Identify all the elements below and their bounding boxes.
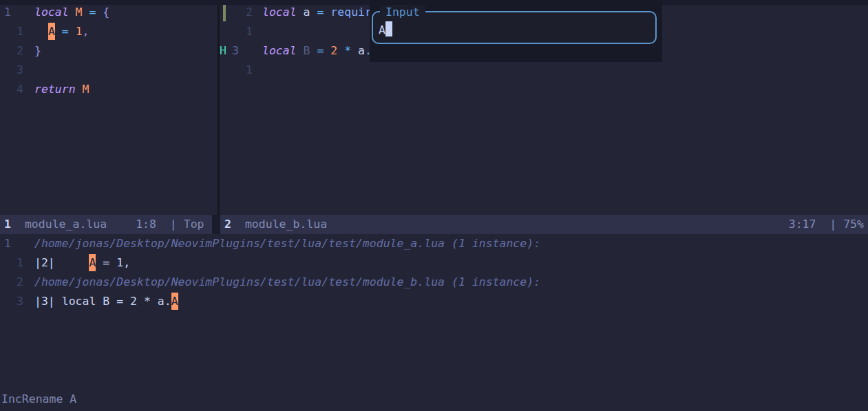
- statusline-position: 1:8 | Top: [136, 215, 204, 234]
- code-line[interactable]: 1local M = {: [0, 3, 218, 22]
- line-number: 4: [0, 80, 34, 99]
- neovim-terminal: { "palette": { "bg": "#232536", "bgDark"…: [0, 0, 868, 411]
- window-number: 2: [220, 215, 231, 234]
- code-text: local a = requir: [262, 3, 372, 22]
- statusline-module-b: 2 module_b.lua 3:17 | 75%: [220, 215, 868, 234]
- statusline-gap: [212, 215, 220, 234]
- code-line[interactable]: 1 A = 1,: [0, 22, 218, 41]
- line-number: 1: [0, 3, 34, 22]
- code-line[interactable]: 1/home/jonas/Desktop/NeovimPlugins/test/…: [0, 234, 868, 253]
- command-line[interactable]: IncRename A: [0, 387, 868, 411]
- line-number: 3: [0, 61, 34, 80]
- line-number: 1: [232, 22, 262, 41]
- statusline-filename: module_b.lua: [245, 215, 327, 234]
- input-float-title: Input: [380, 5, 425, 20]
- code-line[interactable]: 2}: [0, 41, 218, 61]
- window-separator[interactable]: [218, 3, 220, 215]
- line-number: 1: [0, 253, 34, 273]
- code-text: return M: [34, 80, 89, 99]
- code-line[interactable]: A: [379, 21, 655, 40]
- code-line[interactable]: 4return M: [0, 80, 218, 99]
- statusline-row: 1 module_a.lua 1:8 | Top 2 module_b.lua …: [0, 215, 868, 234]
- sign-cell: [220, 61, 232, 80]
- code-line[interactable]: 1|2| A = 1,: [0, 253, 868, 273]
- line-number: 2: [232, 3, 262, 22]
- line-number: 1: [0, 22, 34, 41]
- line-number: 2: [0, 273, 34, 292]
- code-line[interactable]: 2/home/jonas/Desktop/NeovimPlugins/test/…: [0, 273, 868, 292]
- text-cursor: [385, 21, 392, 36]
- code-line[interactable]: 3: [0, 61, 218, 80]
- code-text: |2| A = 1,: [34, 253, 130, 273]
- line-number: 3: [0, 292, 34, 311]
- line-number: 3: [232, 41, 262, 61]
- statusline-position: 3:17 | 75%: [789, 215, 868, 234]
- rename-preview-pane[interactable]: 1/home/jonas/Desktop/NeovimPlugins/test/…: [0, 234, 868, 387]
- code-line[interactable]: 1: [220, 61, 868, 80]
- line-number: 1: [232, 61, 262, 80]
- rename-input-float[interactable]: Input A: [372, 11, 657, 44]
- statusline-module-a: 1 module_a.lua 1:8 | Top: [0, 215, 212, 234]
- code-text: }: [34, 41, 41, 61]
- code-text: A: [379, 21, 392, 40]
- window-number: 1: [0, 215, 11, 234]
- sign-cell: [220, 22, 232, 41]
- code-text: local M = {: [34, 3, 109, 22]
- editor-pane-module-a[interactable]: 1local M = {1 A = 1,2}34return M: [0, 3, 218, 215]
- code-text: /home/jonas/Desktop/NeovimPlugins/test/l…: [34, 234, 540, 253]
- code-text: /home/jonas/Desktop/NeovimPlugins/test/l…: [34, 273, 540, 292]
- code-text: local B = 2 * a.: [262, 41, 372, 61]
- statusline-filename: module_a.lua: [25, 215, 107, 234]
- sign-h: H: [220, 41, 232, 61]
- code-text: |3| local B = 2 * a.A: [34, 292, 178, 311]
- statusline-spacer: [327, 215, 789, 234]
- git-change-sign: [220, 3, 232, 22]
- code-text: A = 1,: [34, 22, 89, 41]
- line-number: 2: [0, 41, 34, 61]
- line-number: 1: [0, 234, 34, 253]
- code-line[interactable]: 3|3| local B = 2 * a.A: [0, 292, 868, 311]
